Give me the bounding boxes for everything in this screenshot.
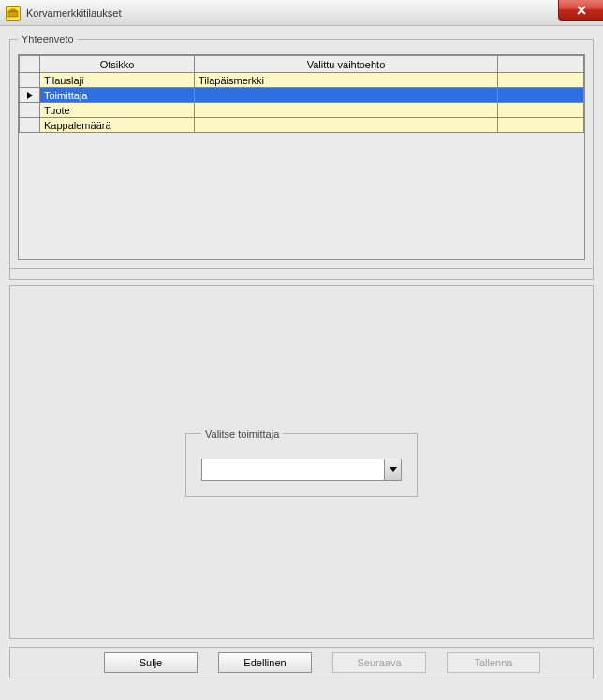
window-title: Korvamerkkitilaukset [26,7,121,19]
grid-header-valittu[interactable]: Valittu vaihtoehto [195,56,498,73]
row-header [20,73,40,88]
row-label: Toimittaja [40,88,195,103]
chevron-down-icon [390,466,397,474]
titlebar: Korvamerkkitilaukset [0,0,603,26]
step-panel: Valitse toimittaja [9,285,594,639]
row-value [195,88,498,103]
row-extra [498,73,584,88]
previous-button[interactable]: Edellinen [218,652,312,673]
svg-marker-1 [9,9,17,11]
table-row[interactable]: TilauslajiTilapäismerkki [20,73,584,88]
close-icon [575,4,588,17]
grid-header-spacer [20,56,40,73]
svg-rect-0 [8,11,18,17]
row-value: Tilapäismerkki [195,73,498,88]
row-label: Kappalemäärä [40,118,195,133]
table-row[interactable]: Toimittaja [20,88,584,103]
table-row[interactable]: Kappalemäärä [20,118,584,133]
row-extra [498,88,584,103]
summary-grid: Otsikko Valittu vaihtoehto TilauslajiTil… [18,54,585,260]
row-extra [498,118,584,133]
save-button: Tallenna [447,652,540,673]
grid-header-otsikko[interactable]: Otsikko [40,56,195,73]
supplier-combo-button[interactable] [384,459,401,480]
selector-legend: Valitse toimittaja [201,429,283,440]
summary-legend: Yhteenveto [18,34,78,45]
row-header [20,88,40,103]
row-label: Tuote [40,103,195,118]
app-icon [6,6,21,21]
next-button: Seuraava [332,652,426,673]
supplier-combo[interactable] [201,459,402,481]
close-window-button[interactable] [558,0,603,21]
row-header [20,118,40,133]
row-selector-icon [25,91,35,100]
splitter-bar[interactable] [9,269,594,280]
row-value [195,103,498,118]
row-extra [498,103,584,118]
row-header [20,103,40,118]
summary-fieldset: Yhteenveto Otsikko Valittu vaihtoehto Ti… [9,34,594,269]
svg-marker-5 [27,92,33,99]
svg-marker-8 [390,467,397,472]
row-label: Tilauslaji [40,73,195,88]
supplier-combo-value [202,459,384,480]
row-value [195,118,498,133]
close-button[interactable]: Sulje [104,652,198,673]
selector-fieldset: Valitse toimittaja [185,429,418,497]
grid-header-extra[interactable] [498,56,584,73]
table-row[interactable]: Tuote [20,103,584,118]
button-bar: Sulje Edellinen Seuraava Tallenna [9,647,594,678]
